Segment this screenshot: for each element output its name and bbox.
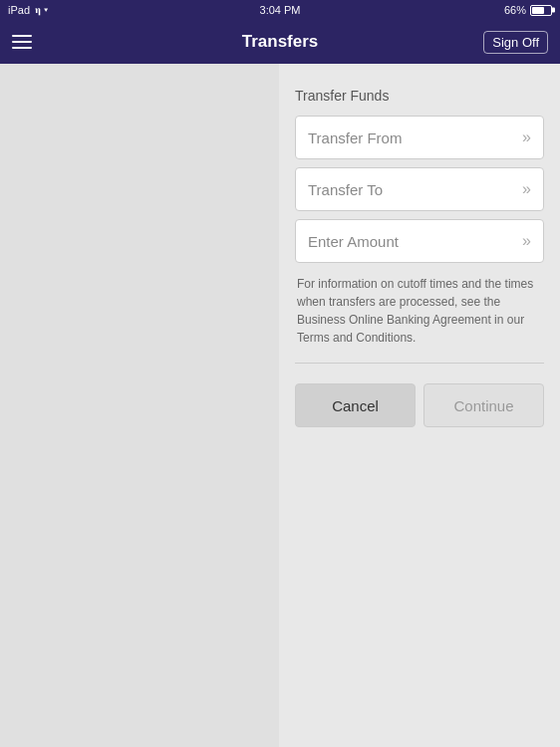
info-text: For information on cutoff times and the …	[295, 275, 544, 347]
transfer-to-chevron-icon: »	[522, 180, 531, 198]
enter-amount-label: Enter Amount	[308, 233, 399, 250]
sign-off-button[interactable]: Sign Off	[483, 31, 548, 54]
enter-amount-chevron-icon: »	[522, 232, 531, 250]
status-bar: iPad 𝛈 ▾ 3:04 PM 66%	[0, 0, 560, 20]
transfer-to-field[interactable]: Transfer To »	[295, 167, 544, 211]
transfer-from-field[interactable]: Transfer From »	[295, 116, 544, 159]
battery-icon	[530, 5, 552, 16]
transfer-to-label: Transfer To	[308, 181, 383, 198]
status-time: 3:04 PM	[260, 4, 301, 16]
continue-button[interactable]: Continue	[423, 383, 544, 427]
transfer-from-label: Transfer From	[308, 129, 402, 146]
main-content: Transfer Funds Transfer From » Transfer …	[0, 64, 560, 747]
battery-percent: 66%	[504, 4, 526, 16]
status-left: iPad 𝛈 ▾	[8, 4, 48, 16]
cancel-button[interactable]: Cancel	[295, 383, 416, 427]
device-label: iPad	[8, 4, 30, 16]
section-title: Transfer Funds	[295, 88, 544, 104]
wifi-icon: 𝛈 ▾	[35, 4, 48, 16]
divider	[295, 363, 544, 364]
sidebar-pane	[0, 64, 279, 747]
nav-title: Transfers	[242, 32, 319, 52]
enter-amount-field[interactable]: Enter Amount »	[295, 219, 544, 263]
nav-bar: Transfers Sign Off	[0, 20, 560, 64]
transfer-from-chevron-icon: »	[522, 128, 531, 146]
button-row: Cancel Continue	[295, 383, 544, 427]
status-right: 66%	[504, 4, 552, 16]
menu-button[interactable]	[12, 35, 32, 49]
form-pane: Transfer Funds Transfer From » Transfer …	[279, 64, 560, 747]
